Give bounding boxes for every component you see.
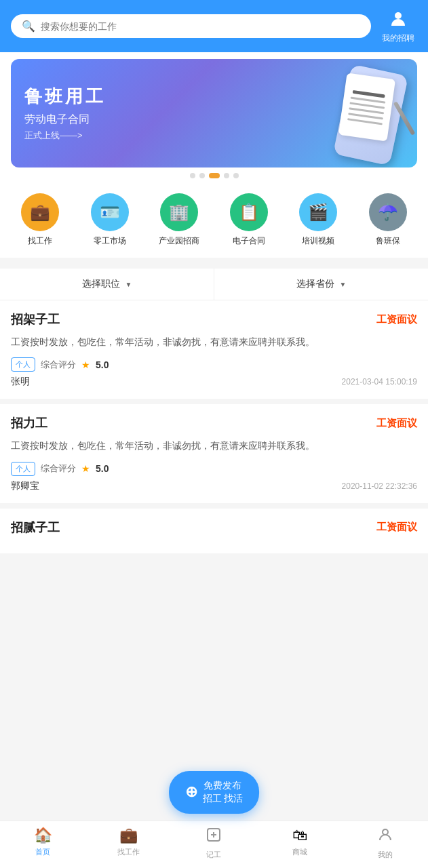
filter-position[interactable]: 选择职位 ▼ [0,269,214,300]
training-video-icon: 🎬 [299,193,337,231]
header: 🔍 我的招聘 [0,0,428,52]
dot-3 [209,173,220,178]
icon-zero-work[interactable]: 🪪 零工市场 [83,193,137,247]
svg-point-0 [395,12,402,19]
fab-icon: ⊕ [185,783,197,801]
nav-record-work[interactable]: 记工 [193,827,234,860]
zero-work-icon: 🪪 [91,193,129,231]
fab-line1: 免费发布 [203,779,244,793]
dot-5 [233,173,239,178]
job-card-3[interactable]: 招腻子工 工资面议 [0,509,428,553]
e-contract-icon: 📋 [230,193,268,231]
banner-cta: 正式上线——> [24,130,106,142]
job-meta-2: 个人 综合评分 ★ 5.0 [11,462,417,476]
job-desc-1: 工资按时发放，包吃住，常年活动，非诚勿扰，有意请来应聘并联系我。 [11,334,417,349]
find-work-label: 找工作 [28,235,52,247]
jobs-section: 招架子工 工资面议 工资按时发放，包吃住，常年活动，非诚勿扰，有意请来应聘并联系… [0,300,428,553]
my-recruit-button[interactable]: 我的招聘 [379,8,417,44]
job-header-3: 招腻子工 工资面议 [11,519,417,536]
bottom-nav: 🏠 首页 💼 找工作 记工 🛍 商城 我的 [0,821,428,868]
search-icon: 🔍 [22,20,35,33]
job-footer-2: 郭卿宝 2020-11-02 22:32:36 [11,480,417,492]
nav-shop[interactable]: 🛍 商城 [279,827,320,860]
dot-4 [224,173,229,178]
tag-personal-2: 个人 [11,462,35,476]
industrial-park-label: 产业园招商 [159,235,199,247]
tag-personal-1: 个人 [11,357,35,372]
banner[interactable]: 鲁班用工 劳动电子合同 正式上线——> [11,59,417,167]
job-salary-2: 工资面议 [376,417,417,430]
post-time-2: 2020-11-02 22:32:36 [342,481,417,491]
nav-find-work[interactable]: 💼 找工作 [108,827,149,860]
fab-line2: 招工 找活 [203,792,244,806]
icon-training-video[interactable]: 🎬 培训视频 [291,193,345,247]
filter-position-label: 选择职位 [82,278,120,290]
find-work-icon: 💼 [21,193,59,231]
job-title-3: 招腻子工 [11,519,60,536]
filter-row: 选择职位 ▼ 选择省份 ▼ [0,269,428,300]
nav-find-work-label: 找工作 [117,847,140,857]
banner-text: 鲁班用工 劳动电子合同 正式上线——> [24,85,106,142]
job-title-1: 招架子工 [11,311,60,328]
icons-row: 💼 找工作 🪪 零工市场 🏢 产业园招商 📋 电子合同 🎬 培训视频 ☂️ 鲁班… [0,185,428,258]
fab-button[interactable]: ⊕ 免费发布 招工 找活 [169,771,260,814]
fab-text: 免费发布 招工 找活 [203,779,244,806]
my-recruit-label: 我的招聘 [382,33,414,44]
nav-shop-icon: 🛍 [292,827,307,844]
icon-industrial-park[interactable]: 🏢 产业园招商 [152,193,206,247]
job-header-1: 招架子工 工资面议 [11,311,417,328]
nav-shop-label: 商城 [292,847,307,857]
job-desc-2: 工资按时发放，包吃住，常年活动，非诚勿扰，有意请来应聘并联系我。 [11,438,417,453]
luban-insurance-label: 鲁班保 [376,235,400,247]
rating-score-1: 5.0 [96,359,109,370]
job-header-2: 招力工 工资面议 [11,415,417,431]
nav-mine-icon [377,827,393,847]
nav-home-label: 首页 [35,847,50,857]
rating-score-2: 5.0 [96,463,109,474]
nav-record-work-label: 记工 [206,850,221,860]
nav-home-icon: 🏠 [34,827,52,844]
search-bar[interactable]: 🔍 [11,14,371,38]
industrial-park-icon: 🏢 [160,193,198,231]
nav-find-work-icon: 💼 [119,827,138,844]
star-icon-2: ★ [81,463,90,474]
icon-luban-insurance[interactable]: ☂️ 鲁班保 [361,193,415,247]
banner-dots [11,173,417,178]
poster-name-2: 郭卿宝 [11,480,39,492]
job-salary-1: 工资面议 [376,313,417,326]
icon-find-work[interactable]: 💼 找工作 [13,193,67,247]
job-salary-3: 工资面议 [376,521,417,534]
fab-wrap: ⊕ 免费发布 招工 找活 [169,771,260,814]
nav-record-work-icon [206,827,222,847]
icon-e-contract[interactable]: 📋 电子合同 [222,193,276,247]
poster-name-1: 张明 [11,376,30,388]
e-contract-label: 电子合同 [233,235,265,247]
post-time-1: 2021-03-04 15:00:19 [342,377,417,387]
svg-point-4 [383,829,388,835]
job-meta-1: 个人 综合评分 ★ 5.0 [11,357,417,372]
job-card-1[interactable]: 招架子工 工资面议 工资按时发放，包吃住，常年活动，非诚勿扰，有意请来应聘并联系… [0,300,428,399]
banner-subtitle: 劳动电子合同 [24,113,106,127]
filter-province[interactable]: 选择省份 ▼ [214,269,428,300]
star-icon-1: ★ [81,359,90,370]
banner-illustration [318,66,406,164]
filter-province-label: 选择省份 [296,278,334,290]
luban-insurance-icon: ☂️ [369,193,407,231]
dot-2 [199,173,205,178]
filter-province-arrow: ▼ [340,281,347,288]
rating-label-2: 综合评分 [41,462,76,475]
nav-mine[interactable]: 我的 [365,827,406,860]
job-title-2: 招力工 [11,415,47,431]
job-card-2[interactable]: 招力工 工资面议 工资按时发放，包吃住，常年活动，非诚勿扰，有意请来应聘并联系我… [0,404,428,502]
zero-work-label: 零工市场 [94,235,126,247]
nav-home[interactable]: 🏠 首页 [22,827,63,860]
nav-mine-label: 我的 [378,850,393,860]
training-video-label: 培训视频 [302,235,334,247]
rating-label-1: 综合评分 [41,359,76,371]
dot-1 [190,173,195,178]
job-footer-1: 张明 2021-03-04 15:00:19 [11,376,417,388]
recruit-icon [387,8,409,30]
banner-title: 鲁班用工 [24,85,106,108]
search-input[interactable] [41,21,360,32]
banner-section: 鲁班用工 劳动电子合同 正式上线——> [0,52,428,185]
